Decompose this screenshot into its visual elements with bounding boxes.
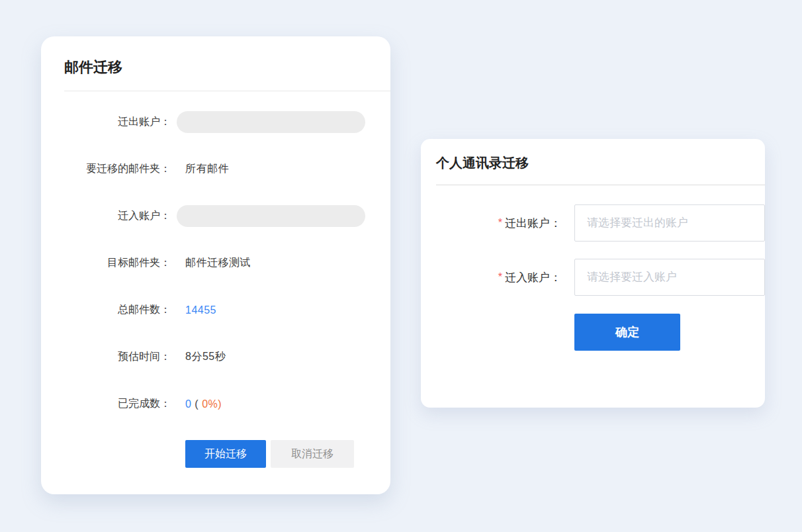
row-folders-to-migrate: 要迁移的邮件夹： 所有邮件 [41, 158, 390, 180]
mail-migration-card: 邮件迁移 迁出账户： 要迁移的邮件夹： 所有邮件 迁入账户： 目标邮件夹： 邮件… [41, 36, 390, 494]
row-total-mails: 总邮件数： 14455 [41, 299, 390, 321]
target-account-label: 迁入账户： [41, 209, 171, 223]
required-asterisk: * [498, 271, 502, 283]
row-target-folder: 目标邮件夹： 邮件迁移测试 [41, 252, 390, 274]
contacts-target-account-label-text: 迁入账户： [505, 271, 561, 284]
target-folder-value: 邮件迁移测试 [185, 256, 251, 270]
contacts-source-account-input[interactable] [574, 204, 765, 242]
row-estimated-time: 预估时间： 8分55秒 [41, 346, 390, 368]
row-completed-count: 已完成数： 0 ( 0%) [41, 393, 390, 415]
contacts-target-account-label: *迁入账户： [421, 270, 561, 285]
mail-migration-title: 邮件迁移 [41, 36, 390, 75]
completed-count-label: 已完成数： [41, 397, 171, 411]
row-contacts-source-account: *迁出账户： [421, 204, 765, 242]
contacts-source-account-label: *迁出账户： [421, 216, 561, 231]
folders-value: 所有邮件 [185, 162, 229, 176]
contacts-source-account-label-text: 迁出账户： [505, 217, 561, 230]
target-folder-label: 目标邮件夹： [41, 256, 171, 270]
completed-percent: 0%) [199, 398, 222, 410]
completed-count-number: 0 [185, 398, 191, 410]
total-mails-label: 总邮件数： [41, 303, 171, 317]
total-mails-value: 14455 [185, 304, 216, 316]
row-target-account: 迁入账户： [41, 205, 390, 227]
contacts-target-account-input[interactable] [574, 259, 765, 296]
required-asterisk: * [498, 217, 502, 228]
completed-paren-open: ( [191, 398, 199, 410]
target-account-value-pill [177, 205, 365, 227]
confirm-button[interactable]: 确定 [574, 314, 680, 351]
estimated-time-value: 8分55秒 [185, 350, 226, 364]
folders-label: 要迁移的邮件夹： [41, 162, 171, 176]
mail-migration-actions: 开始迁移 取消迁移 [185, 440, 390, 468]
contacts-card-divider [436, 185, 765, 185]
source-account-label: 迁出账户： [41, 115, 171, 129]
cancel-migration-button[interactable]: 取消迁移 [271, 440, 354, 468]
row-contacts-target-account: *迁入账户： [421, 259, 765, 296]
start-migration-button[interactable]: 开始迁移 [185, 440, 266, 468]
row-source-account: 迁出账户： [41, 111, 390, 133]
mail-migration-form: 迁出账户： 要迁移的邮件夹： 所有邮件 迁入账户： 目标邮件夹： 邮件迁移测试 … [41, 111, 390, 468]
estimated-time-label: 预估时间： [41, 350, 171, 364]
mail-card-divider [64, 91, 390, 91]
completed-count-value: 0 ( 0%) [185, 398, 222, 410]
contacts-migration-card: 个人通讯录迁移 *迁出账户： *迁入账户： 确定 [421, 139, 765, 408]
contacts-migration-title: 个人通讯录迁移 [421, 139, 765, 171]
source-account-value-pill [177, 111, 365, 133]
